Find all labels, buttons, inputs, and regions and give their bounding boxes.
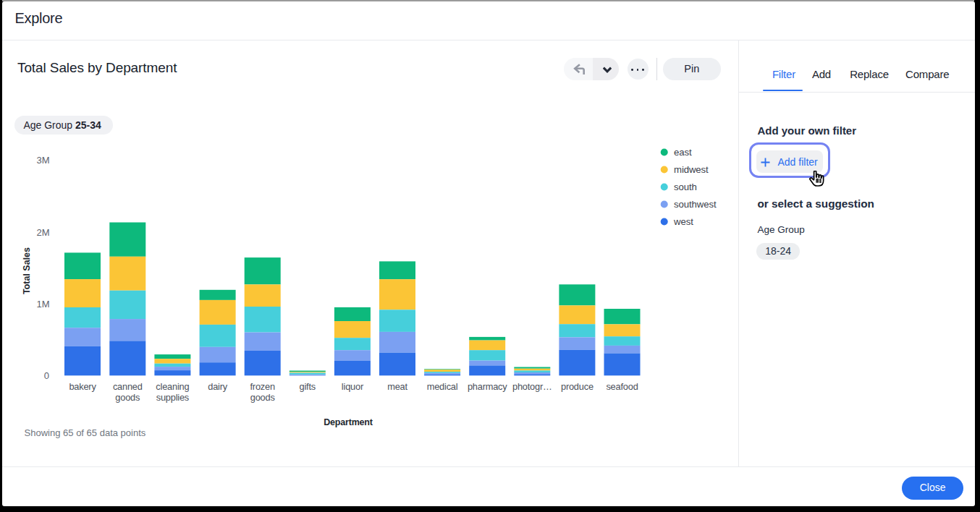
svg-text:medical: medical — [427, 381, 458, 392]
svg-text:east: east — [674, 147, 692, 158]
svg-text:liquor: liquor — [342, 381, 364, 392]
svg-text:seafood: seafood — [606, 381, 638, 392]
svg-text:Department: Department — [324, 417, 373, 427]
svg-text:Total Sales: Total Sales — [22, 247, 32, 294]
svg-text:south: south — [674, 182, 697, 192]
svg-text:goods: goods — [115, 392, 140, 403]
svg-text:goods: goods — [250, 392, 275, 403]
svg-text:meat: meat — [387, 381, 407, 392]
svg-text:1M: 1M — [36, 299, 49, 310]
svg-text:Showing 65 of 65 data points: Showing 65 of 65 data points — [25, 427, 146, 438]
svg-text:2M: 2M — [36, 227, 49, 238]
svg-text:0: 0 — [44, 370, 49, 381]
svg-text:photogr…: photogr… — [512, 381, 552, 392]
svg-text:produce: produce — [561, 381, 594, 392]
svg-text:cleaning: cleaning — [156, 381, 189, 392]
svg-text:midwest: midwest — [674, 164, 709, 175]
svg-text:west: west — [673, 216, 693, 227]
svg-text:supplies: supplies — [156, 392, 189, 403]
svg-text:canned: canned — [113, 381, 143, 392]
svg-text:3M: 3M — [36, 155, 49, 166]
svg-text:frozen: frozen — [250, 381, 275, 392]
svg-text:southwest: southwest — [674, 199, 717, 210]
svg-text:gifts: gifts — [300, 381, 316, 392]
svg-text:bakery: bakery — [69, 381, 96, 392]
svg-text:dairy: dairy — [208, 381, 228, 392]
svg-text:pharmacy: pharmacy — [468, 381, 507, 392]
